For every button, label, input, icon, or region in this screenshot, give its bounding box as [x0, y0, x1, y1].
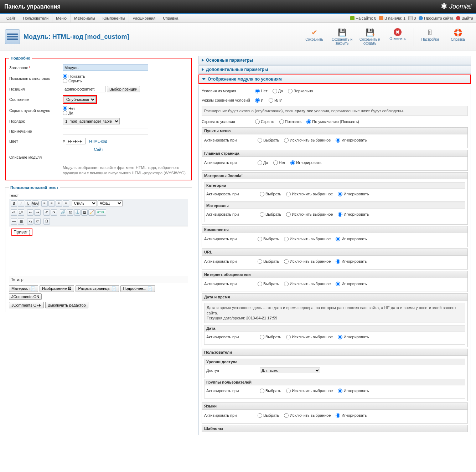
bold-button[interactable]: B: [11, 200, 17, 207]
jcomments-off-button[interactable]: JComments OFF: [9, 302, 44, 308]
section-home-header[interactable]: Главная страница: [202, 150, 468, 157]
state-select[interactable]: Опубликовано: [64, 96, 96, 103]
grp-ignore[interactable]: Игнорировать: [338, 389, 369, 393]
readmore-button[interactable]: Подробнее... 📄: [120, 285, 155, 292]
grp-exclude[interactable]: Исключить выбранное: [286, 389, 333, 393]
menu-users[interactable]: Пользователи: [19, 14, 52, 22]
art-ignore[interactable]: Игнорировать: [338, 212, 369, 217]
menu-exclude[interactable]: Исключить выбранное: [284, 138, 331, 143]
site-link[interactable]: Сайт: [94, 147, 103, 152]
section-languages-header[interactable]: Языки: [202, 402, 468, 410]
hr-button[interactable]: —: [11, 218, 17, 225]
section-url-header[interactable]: URL: [202, 248, 468, 256]
indent-button[interactable]: ⇥: [34, 209, 41, 216]
style-select[interactable]: Стиль: [72, 200, 97, 206]
title-input[interactable]: [63, 65, 148, 71]
date-select[interactable]: Выбрать: [260, 335, 281, 339]
html-button[interactable]: HTML: [95, 209, 106, 216]
home-ignore[interactable]: Игнорировать: [290, 160, 321, 165]
menu-site[interactable]: Сайт: [3, 14, 19, 22]
panel-advanced-header[interactable]: Дополнительные параметры: [198, 65, 471, 74]
image-button[interactable]: 🖼: [81, 209, 88, 216]
url-select[interactable]: Выбрать: [258, 259, 279, 264]
strike-button[interactable]: ABC: [32, 200, 38, 207]
omega-button[interactable]: Ω: [43, 218, 50, 225]
from-module-mirror[interactable]: Зеркально: [288, 89, 313, 93]
sup-button[interactable]: x²: [34, 218, 41, 225]
show-title-hide[interactable]: Скрыть: [63, 78, 116, 83]
link-button[interactable]: 🔗: [60, 209, 66, 216]
panel-basic-header[interactable]: Основные параметры: [198, 56, 471, 65]
align-right-button[interactable]: ≡: [56, 200, 62, 207]
note-input[interactable]: [63, 128, 148, 134]
menu-extensions[interactable]: Расширения: [129, 14, 159, 22]
hide-empty-yes[interactable]: Да: [63, 111, 116, 115]
position-input[interactable]: [63, 86, 105, 92]
help-button[interactable]: 🛟Справка: [445, 26, 471, 47]
save-new-button[interactable]: 💾✚Сохранить и создать: [357, 26, 383, 47]
home-no[interactable]: Нет: [273, 160, 286, 165]
align-left-button[interactable]: ≡: [41, 200, 48, 207]
section-browsers-header[interactable]: Интернет-обозреватели: [202, 271, 468, 278]
redo-button[interactable]: ↷: [51, 209, 57, 216]
menu-ignore[interactable]: Игнорировать: [336, 138, 367, 143]
from-module-yes[interactable]: Да: [273, 89, 283, 93]
sub-button[interactable]: x₂: [27, 218, 33, 225]
ol-button[interactable]: 1≡: [18, 209, 24, 216]
section-joomla-header[interactable]: Материалы Joomla!: [202, 172, 468, 179]
lang-ignore[interactable]: Игнорировать: [336, 413, 367, 418]
menu-help[interactable]: Справка: [159, 14, 182, 22]
mode-or[interactable]: ИЛИ: [269, 98, 283, 103]
menu-content[interactable]: Материалы: [71, 14, 99, 22]
cancel-button[interactable]: ✖Отменить: [384, 26, 411, 47]
mode-and[interactable]: И: [255, 98, 264, 103]
paragraph-select[interactable]: Абзац: [98, 200, 123, 206]
section-date-header[interactable]: Дата и время: [202, 293, 468, 301]
unlink-button[interactable]: ⛓: [67, 209, 73, 216]
anchor-button[interactable]: ⚓: [74, 209, 81, 216]
clean-button[interactable]: 🧹: [88, 209, 95, 216]
undo-button[interactable]: ↶: [43, 209, 50, 216]
menu-select[interactable]: Выбрать: [258, 138, 279, 143]
align-center-button[interactable]: ≡: [48, 200, 55, 207]
underline-button[interactable]: U: [25, 200, 31, 207]
date-ignore[interactable]: Игнорировать: [338, 335, 369, 339]
hide-cond-show[interactable]: Показать: [279, 119, 302, 124]
position-select-button[interactable]: Выбор позиции: [107, 86, 140, 92]
order-select[interactable]: 1. mod_adsmanager_table: [63, 118, 120, 124]
editor-textarea[interactable]: Привет ): [9, 226, 188, 276]
menu-components[interactable]: Компоненты: [99, 14, 129, 22]
cat-select[interactable]: Выбрать: [260, 192, 281, 196]
save-close-button[interactable]: 💾Сохранить и закрыть: [329, 26, 355, 47]
settings-button[interactable]: 🎚Настройки: [417, 26, 443, 47]
comp-select[interactable]: Выбрать: [258, 237, 279, 241]
home-yes[interactable]: Да: [258, 160, 268, 165]
italic-button[interactable]: I: [18, 200, 24, 207]
brw-exclude[interactable]: Исключить выбранное: [284, 282, 331, 286]
section-templates-header[interactable]: Шаблоны: [202, 425, 468, 432]
art-select[interactable]: Выбрать: [260, 212, 281, 217]
url-ignore[interactable]: Игнорировать: [336, 259, 367, 264]
cat-ignore[interactable]: Игнорировать: [338, 192, 369, 196]
hide-empty-no[interactable]: Нет: [63, 106, 116, 111]
insert-image-button[interactable]: Изображение 🖼: [40, 285, 74, 292]
lang-select[interactable]: Выбрать: [258, 413, 279, 418]
save-button[interactable]: ✔Сохранить: [301, 26, 327, 47]
color-html-link[interactable]: HTML-код: [89, 139, 107, 143]
ul-button[interactable]: •≡: [11, 209, 17, 216]
lang-exclude[interactable]: Исключить выбранное: [284, 413, 331, 418]
hide-cond-default[interactable]: По умолчанию (Показать): [306, 119, 359, 124]
section-menu-header[interactable]: Пункты меню: [202, 127, 468, 134]
comp-ignore[interactable]: Игнорировать: [336, 237, 367, 241]
section-users-header[interactable]: Пользователи: [202, 349, 468, 356]
jcomments-on-button[interactable]: JComments ON: [9, 293, 42, 300]
pagebreak-button[interactable]: Разрыв страницы 📄: [76, 285, 119, 292]
from-module-no[interactable]: Нет: [255, 89, 268, 93]
color-input[interactable]: [66, 138, 86, 144]
show-title-show[interactable]: Показать: [63, 74, 116, 78]
view-site-link[interactable]: Просмотр сайта: [419, 16, 453, 20]
insert-article-button[interactable]: Материал 📄: [9, 285, 38, 292]
url-exclude[interactable]: Исключить выбранное: [284, 259, 331, 264]
grp-select[interactable]: Выбрать: [260, 389, 281, 393]
brw-ignore[interactable]: Игнорировать: [336, 282, 367, 286]
